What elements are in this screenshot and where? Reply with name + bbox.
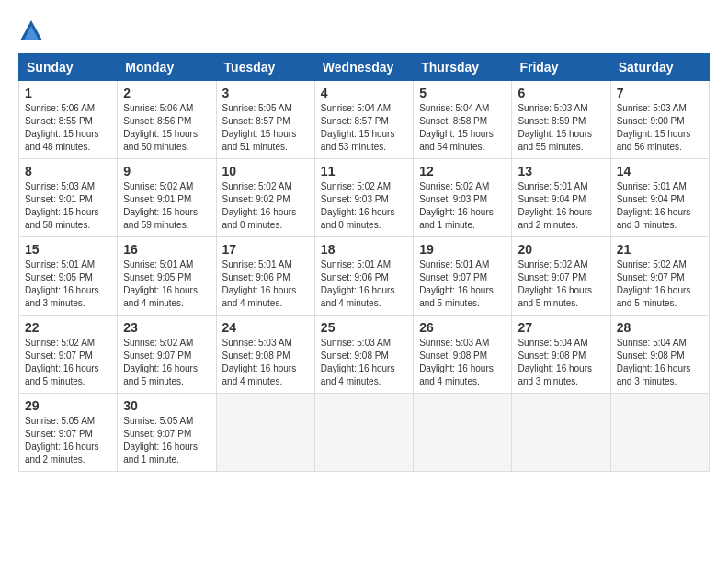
day-detail: Sunrise: 5:01 AM Sunset: 9:04 PM Dayligh… [617,180,703,232]
header [18,18,710,44]
weekday-header-wednesday: Wednesday [314,54,413,81]
day-detail: Sunrise: 5:02 AM Sunset: 9:07 PM Dayligh… [123,337,210,388]
calendar-cell: 6Sunrise: 5:03 AM Sunset: 8:59 PM Daylig… [512,81,610,159]
day-detail: Sunrise: 5:06 AM Sunset: 8:55 PM Dayligh… [25,102,111,154]
calendar-cell: 30Sunrise: 5:05 AM Sunset: 9:07 PM Dayli… [118,394,216,472]
calendar-cell: 16Sunrise: 5:01 AM Sunset: 9:05 PM Dayli… [118,237,216,316]
day-number: 5 [419,86,506,100]
calendar-week-row: 8Sunrise: 5:03 AM Sunset: 9:01 PM Daylig… [19,159,710,237]
calendar-cell: 10Sunrise: 5:02 AM Sunset: 9:02 PM Dayli… [216,159,314,237]
day-detail: Sunrise: 5:03 AM Sunset: 9:01 PM Dayligh… [25,180,111,232]
calendar-week-row: 22Sunrise: 5:02 AM Sunset: 9:07 PM Dayli… [19,316,710,394]
day-detail: Sunrise: 5:02 AM Sunset: 9:07 PM Dayligh… [617,259,703,310]
day-detail: Sunrise: 5:06 AM Sunset: 8:56 PM Dayligh… [123,102,210,154]
day-number: 7 [617,86,703,100]
day-number: 16 [123,242,210,257]
day-detail: Sunrise: 5:05 AM Sunset: 9:07 PM Dayligh… [25,415,111,466]
calendar-cell: 22Sunrise: 5:02 AM Sunset: 9:07 PM Dayli… [19,316,118,394]
calendar-cell: 7Sunrise: 5:03 AM Sunset: 9:00 PM Daylig… [610,81,709,159]
day-number: 8 [25,164,111,178]
calendar-cell: 1Sunrise: 5:06 AM Sunset: 8:55 PM Daylig… [19,81,118,159]
logo-icon [18,18,44,44]
day-detail: Sunrise: 5:03 AM Sunset: 9:08 PM Dayligh… [222,337,309,388]
calendar-cell: 18Sunrise: 5:01 AM Sunset: 9:06 PM Dayli… [314,237,413,316]
day-number: 30 [123,398,210,413]
day-detail: Sunrise: 5:01 AM Sunset: 9:04 PM Dayligh… [518,180,604,232]
weekday-header-monday: Monday [118,54,216,81]
day-number: 9 [123,164,210,178]
day-detail: Sunrise: 5:04 AM Sunset: 9:08 PM Dayligh… [518,337,604,388]
day-number: 6 [518,86,604,100]
weekday-header-row: SundayMondayTuesdayWednesdayThursdayFrid… [19,54,710,81]
weekday-header-tuesday: Tuesday [216,54,314,81]
day-detail: Sunrise: 5:02 AM Sunset: 9:03 PM Dayligh… [321,180,407,232]
day-number: 19 [419,242,506,257]
day-number: 11 [321,164,407,178]
calendar-cell: 23Sunrise: 5:02 AM Sunset: 9:07 PM Dayli… [118,316,216,394]
calendar-table: SundayMondayTuesdayWednesdayThursdayFrid… [18,53,710,472]
day-number: 14 [617,164,703,178]
day-number: 25 [321,320,407,335]
calendar-cell [414,394,512,472]
day-detail: Sunrise: 5:01 AM Sunset: 9:05 PM Dayligh… [123,259,210,310]
weekday-header-thursday: Thursday [414,54,512,81]
day-number: 2 [123,86,210,100]
logo [18,18,46,44]
weekday-header-saturday: Saturday [610,54,709,81]
day-detail: Sunrise: 5:04 AM Sunset: 8:57 PM Dayligh… [321,102,407,154]
calendar-cell: 12Sunrise: 5:02 AM Sunset: 9:03 PM Dayli… [414,159,512,237]
calendar-cell: 13Sunrise: 5:01 AM Sunset: 9:04 PM Dayli… [512,159,610,237]
calendar-cell: 20Sunrise: 5:02 AM Sunset: 9:07 PM Dayli… [512,237,610,316]
day-number: 28 [617,320,703,335]
day-number: 10 [222,164,309,178]
day-detail: Sunrise: 5:03 AM Sunset: 9:08 PM Dayligh… [321,337,407,388]
calendar-cell: 17Sunrise: 5:01 AM Sunset: 9:06 PM Dayli… [216,237,314,316]
day-number: 1 [25,86,111,100]
day-detail: Sunrise: 5:02 AM Sunset: 9:02 PM Dayligh… [222,180,309,232]
calendar-cell: 15Sunrise: 5:01 AM Sunset: 9:05 PM Dayli… [19,237,118,316]
day-detail: Sunrise: 5:02 AM Sunset: 9:07 PM Dayligh… [25,337,111,388]
day-number: 22 [25,320,111,335]
day-detail: Sunrise: 5:03 AM Sunset: 9:08 PM Dayligh… [419,337,506,388]
calendar-cell: 5Sunrise: 5:04 AM Sunset: 8:58 PM Daylig… [414,81,512,159]
day-number: 4 [321,86,407,100]
weekday-header-sunday: Sunday [19,54,118,81]
day-detail: Sunrise: 5:01 AM Sunset: 9:07 PM Dayligh… [419,259,506,310]
day-number: 3 [222,86,309,100]
calendar-cell: 25Sunrise: 5:03 AM Sunset: 9:08 PM Dayli… [314,316,413,394]
calendar-cell: 3Sunrise: 5:05 AM Sunset: 8:57 PM Daylig… [216,81,314,159]
day-number: 23 [123,320,210,335]
day-number: 24 [222,320,309,335]
calendar-cell [216,394,314,472]
day-detail: Sunrise: 5:01 AM Sunset: 9:06 PM Dayligh… [222,259,309,310]
weekday-header-friday: Friday [512,54,610,81]
calendar-cell: 28Sunrise: 5:04 AM Sunset: 9:08 PM Dayli… [610,316,709,394]
calendar-cell: 9Sunrise: 5:02 AM Sunset: 9:01 PM Daylig… [118,159,216,237]
day-detail: Sunrise: 5:02 AM Sunset: 9:01 PM Dayligh… [123,180,210,232]
calendar-week-row: 15Sunrise: 5:01 AM Sunset: 9:05 PM Dayli… [19,237,710,316]
calendar-cell: 14Sunrise: 5:01 AM Sunset: 9:04 PM Dayli… [610,159,709,237]
day-number: 18 [321,242,407,257]
calendar-cell [512,394,610,472]
calendar-cell: 8Sunrise: 5:03 AM Sunset: 9:01 PM Daylig… [19,159,118,237]
day-number: 20 [518,242,604,257]
calendar-cell: 29Sunrise: 5:05 AM Sunset: 9:07 PM Dayli… [19,394,118,472]
day-number: 12 [419,164,506,178]
day-number: 27 [518,320,604,335]
day-number: 13 [518,164,604,178]
calendar-week-row: 29Sunrise: 5:05 AM Sunset: 9:07 PM Dayli… [19,394,710,472]
calendar-cell: 19Sunrise: 5:01 AM Sunset: 9:07 PM Dayli… [414,237,512,316]
calendar-cell: 24Sunrise: 5:03 AM Sunset: 9:08 PM Dayli… [216,316,314,394]
day-number: 17 [222,242,309,257]
day-detail: Sunrise: 5:03 AM Sunset: 9:00 PM Dayligh… [617,102,703,154]
day-detail: Sunrise: 5:02 AM Sunset: 9:07 PM Dayligh… [518,259,604,310]
day-detail: Sunrise: 5:03 AM Sunset: 8:59 PM Dayligh… [518,102,604,154]
day-detail: Sunrise: 5:01 AM Sunset: 9:06 PM Dayligh… [321,259,407,310]
day-number: 26 [419,320,506,335]
day-detail: Sunrise: 5:01 AM Sunset: 9:05 PM Dayligh… [25,259,111,310]
calendar-week-row: 1Sunrise: 5:06 AM Sunset: 8:55 PM Daylig… [19,81,710,159]
calendar-cell [610,394,709,472]
day-detail: Sunrise: 5:05 AM Sunset: 8:57 PM Dayligh… [222,102,309,154]
day-detail: Sunrise: 5:04 AM Sunset: 9:08 PM Dayligh… [617,337,703,388]
day-detail: Sunrise: 5:05 AM Sunset: 9:07 PM Dayligh… [123,415,210,466]
